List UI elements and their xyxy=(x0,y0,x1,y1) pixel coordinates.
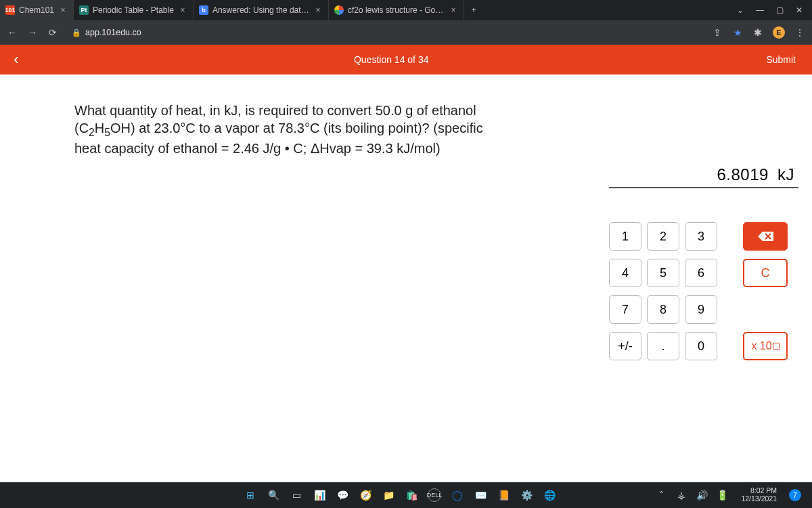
key-3[interactable]: 3 xyxy=(685,222,717,251)
minimize-icon[interactable]: — xyxy=(756,5,764,15)
key-dot[interactable]: . xyxy=(647,332,679,360)
exponent-box-icon xyxy=(773,343,780,350)
keypad: 1 2 3 4 5 6 C 7 8 xyxy=(609,222,801,360)
browser-tab[interactable]: cf2o lewis structure - Google Sea × xyxy=(329,0,464,20)
key-exponent-label: x 10 xyxy=(751,340,771,352)
tab-favicon: 101 xyxy=(5,5,15,15)
tab-close-icon[interactable]: × xyxy=(58,5,68,15)
answer-panel: 6.8019 kJ 1 2 3 4 5 6 xyxy=(609,75,812,482)
browser-toolbar: ← → ⟳ 🔒 app.101edu.co ⇪ ★ ✱ E ⋮ xyxy=(0,20,812,45)
search-icon[interactable]: 🔍 xyxy=(267,488,280,502)
key-8[interactable]: 8 xyxy=(647,295,679,324)
start-icon[interactable]: ⊞ xyxy=(244,488,257,502)
forward-icon[interactable]: → xyxy=(27,27,38,38)
taskbar: ⊞ 🔍 ▭ 📊 💬 🧭 📁 🛍️ DELL ◯ ✉️ 📙 ⚙️ 🌐 ˄ ⚶ 🔊 … xyxy=(0,482,812,508)
store-icon[interactable]: 🛍️ xyxy=(405,488,418,502)
taskbar-apps: ⊞ 🔍 ▭ 📊 💬 🧭 📁 🛍️ DELL ◯ ✉️ 📙 ⚙️ 🌐 xyxy=(0,488,556,502)
key-5[interactable]: 5 xyxy=(647,259,679,287)
answer-unit: kJ xyxy=(777,165,794,184)
app-icon[interactable]: 🧭 xyxy=(359,488,372,502)
key-clear[interactable]: C xyxy=(743,259,788,287)
address-bar[interactable]: 🔒 app.101edu.co xyxy=(68,28,141,37)
wifi-icon[interactable]: ⚶ xyxy=(675,488,688,502)
app-icon[interactable]: 📙 xyxy=(497,488,510,502)
page: ‹ Question 14 of 34 Submit What quantity… xyxy=(0,45,812,482)
question-area: What quantity of heat, in kJ, is require… xyxy=(0,75,609,482)
chrome-icon[interactable]: 🌐 xyxy=(543,488,556,502)
key-4[interactable]: 4 xyxy=(609,259,641,287)
bookmark-star-icon[interactable]: ★ xyxy=(732,27,743,38)
tab-title: Answered: Using the data in the xyxy=(212,5,309,15)
battery-icon[interactable]: 🔋 xyxy=(715,488,729,502)
tab-favicon xyxy=(334,5,344,15)
app-icon[interactable]: 📊 xyxy=(313,488,326,502)
tab-title: cf2o lewis structure - Google Sea xyxy=(348,5,445,15)
tab-favicon: b xyxy=(199,5,208,15)
key-6[interactable]: 6 xyxy=(685,259,717,287)
file-explorer-icon[interactable]: 📁 xyxy=(382,488,395,502)
browser-tab[interactable]: b Answered: Using the data in the × xyxy=(194,0,329,20)
backspace-icon xyxy=(757,231,774,242)
tab-title: Chem101 xyxy=(19,5,54,15)
tab-title: Periodic Table - Ptable xyxy=(93,5,174,15)
key-2[interactable]: 2 xyxy=(647,222,679,251)
key-7[interactable]: 7 xyxy=(609,295,641,324)
chevron-down-icon[interactable]: ⌄ xyxy=(737,5,744,15)
extension-badge[interactable]: E xyxy=(773,26,785,39)
submit-button[interactable]: Submit xyxy=(750,54,812,65)
key-9[interactable]: 9 xyxy=(685,295,717,324)
question-progress: Question 14 of 34 xyxy=(32,54,750,65)
window-controls: ⌄ — ▢ ✕ xyxy=(727,0,812,20)
extensions-icon[interactable]: ✱ xyxy=(752,27,763,38)
answer-value: 6.8019 xyxy=(717,165,768,184)
app-icon[interactable]: 💬 xyxy=(336,488,349,502)
browser-tab[interactable]: 101 Chem101 × xyxy=(0,0,74,20)
key-0[interactable]: 0 xyxy=(685,332,717,360)
browser-tabstrip: 101 Chem101 × Pt Periodic Table - Ptable… xyxy=(0,0,812,20)
tab-close-icon[interactable]: × xyxy=(178,5,187,15)
volume-icon[interactable]: 🔊 xyxy=(695,488,708,502)
answer-display: 6.8019 kJ xyxy=(609,91,798,188)
menu-dots-icon[interactable]: ⋮ xyxy=(794,27,805,38)
notification-badge[interactable]: 7 xyxy=(789,489,801,501)
tab-close-icon[interactable]: × xyxy=(449,5,458,15)
new-tab-button[interactable]: + xyxy=(464,0,483,20)
reload-icon[interactable]: ⟳ xyxy=(47,27,58,38)
back-icon[interactable]: ← xyxy=(7,27,18,38)
close-icon[interactable]: ✕ xyxy=(796,5,803,15)
cortana-icon[interactable]: ◯ xyxy=(451,488,464,502)
dell-icon[interactable]: DELL xyxy=(428,488,441,502)
key-backspace[interactable] xyxy=(743,222,788,251)
lock-icon: 🔒 xyxy=(72,28,81,37)
system-tray: ˄ ⚶ 🔊 🔋 8:02 PM 12/13/2021 7 xyxy=(648,487,812,503)
mail-icon[interactable]: ✉️ xyxy=(474,488,487,502)
question-back-button[interactable]: ‹ xyxy=(0,51,32,68)
key-plus-minus[interactable]: +/- xyxy=(609,332,641,360)
key-exponent[interactable]: x 10 xyxy=(743,332,788,360)
question-text: What quantity of heat, in kJ, is require… xyxy=(74,102,508,157)
share-icon[interactable]: ⇪ xyxy=(712,27,723,38)
browser-tab[interactable]: Pt Periodic Table - Ptable × xyxy=(74,0,194,20)
key-1[interactable]: 1 xyxy=(609,222,641,251)
taskbar-clock[interactable]: 8:02 PM 12/13/2021 xyxy=(736,487,782,503)
tab-favicon: Pt xyxy=(79,5,89,15)
settings-icon[interactable]: ⚙️ xyxy=(520,488,533,502)
chevron-up-icon[interactable]: ˄ xyxy=(654,488,668,502)
question-header: ‹ Question 14 of 34 Submit xyxy=(0,45,812,75)
url-text: app.101edu.co xyxy=(85,28,141,37)
taskview-icon[interactable]: ▭ xyxy=(290,488,303,502)
maximize-icon[interactable]: ▢ xyxy=(776,5,784,15)
clock-date: 12/13/2021 xyxy=(741,495,777,503)
tab-close-icon[interactable]: × xyxy=(313,5,323,15)
